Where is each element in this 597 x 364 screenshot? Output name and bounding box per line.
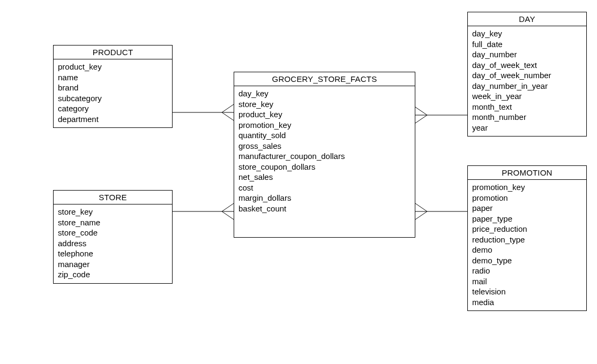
field: day_key bbox=[472, 28, 582, 39]
field: demo_type bbox=[472, 255, 582, 266]
svg-line-10 bbox=[415, 115, 427, 123]
field: paper bbox=[472, 203, 582, 214]
field: net_sales bbox=[238, 172, 411, 183]
field: category bbox=[58, 103, 168, 114]
field: brand bbox=[58, 82, 168, 93]
svg-line-1 bbox=[222, 104, 234, 112]
field: store_coupon_dollars bbox=[238, 162, 411, 172]
entity-fields: promotion_key promotion paper paper_type… bbox=[468, 180, 586, 310]
field: price_reduction bbox=[472, 224, 582, 234]
entity-title: GROCERY_STORE_FACTS bbox=[234, 72, 415, 86]
field: day_of_week_number bbox=[472, 70, 582, 81]
field: basket_count bbox=[238, 203, 411, 214]
entity-title: PRODUCT bbox=[54, 46, 172, 59]
field: gross_sales bbox=[238, 141, 411, 151]
field: product_key bbox=[58, 62, 168, 72]
field: manager bbox=[58, 259, 168, 270]
field: cost bbox=[238, 183, 411, 193]
svg-line-12 bbox=[415, 203, 427, 211]
field: full_date bbox=[472, 39, 582, 50]
field: promotion bbox=[472, 193, 582, 203]
svg-line-8 bbox=[415, 107, 427, 115]
field: year bbox=[472, 123, 582, 133]
entity-fields: product_key name brand subcategory categ… bbox=[54, 59, 172, 127]
field: reduction_type bbox=[472, 234, 582, 245]
field: promotion_key bbox=[238, 120, 411, 131]
field: address bbox=[58, 238, 168, 249]
field: store_code bbox=[58, 228, 168, 238]
entity-product: PRODUCT product_key name brand subcatego… bbox=[53, 45, 173, 128]
entity-store: STORE store_key store_name store_code ad… bbox=[53, 190, 173, 284]
field: manufacturer_coupon_dollars bbox=[238, 151, 411, 162]
field: day_of_week_text bbox=[472, 60, 582, 71]
field: television bbox=[472, 286, 582, 297]
entity-fields: store_key store_name store_code address … bbox=[54, 204, 172, 283]
field: promotion_key bbox=[472, 182, 582, 193]
field: month_number bbox=[472, 112, 582, 123]
diagram-canvas: PRODUCT product_key name brand subcatego… bbox=[0, 0, 597, 364]
entity-title: STORE bbox=[54, 191, 172, 204]
field: subcategory bbox=[58, 93, 168, 104]
field: product_key bbox=[238, 109, 411, 120]
field: demo bbox=[472, 245, 582, 255]
entity-title: PROMOTION bbox=[468, 166, 586, 180]
field: name bbox=[58, 72, 168, 83]
field: department bbox=[58, 114, 168, 125]
entity-day: DAY day_key full_date day_number day_of_… bbox=[467, 12, 587, 136]
field: day_key bbox=[238, 88, 411, 99]
svg-line-5 bbox=[222, 203, 234, 211]
field: mail bbox=[472, 276, 582, 287]
entity-fields: day_key full_date day_number day_of_week… bbox=[468, 26, 586, 136]
entity-grocery-store-facts: GROCERY_STORE_FACTS day_key store_key pr… bbox=[234, 72, 415, 238]
svg-line-7 bbox=[222, 211, 234, 219]
field: store_name bbox=[58, 217, 168, 228]
field: day_number bbox=[472, 49, 582, 60]
entity-title: DAY bbox=[468, 12, 586, 26]
field: store_key bbox=[238, 99, 411, 110]
field: media bbox=[472, 297, 582, 308]
svg-line-14 bbox=[415, 211, 427, 219]
field: telephone bbox=[58, 248, 168, 259]
field: zip_code bbox=[58, 269, 168, 280]
field: week_in_year bbox=[472, 91, 582, 102]
entity-promotion: PROMOTION promotion_key promotion paper … bbox=[467, 165, 587, 311]
field: day_number_in_year bbox=[472, 81, 582, 92]
field: radio bbox=[472, 266, 582, 276]
field: month_text bbox=[472, 102, 582, 112]
entity-fields: day_key store_key product_key promotion_… bbox=[234, 86, 415, 217]
svg-line-3 bbox=[222, 112, 234, 120]
field: store_key bbox=[58, 207, 168, 217]
field: paper_type bbox=[472, 214, 582, 224]
field: quantity_sold bbox=[238, 130, 411, 141]
field: margin_dollars bbox=[238, 193, 411, 203]
